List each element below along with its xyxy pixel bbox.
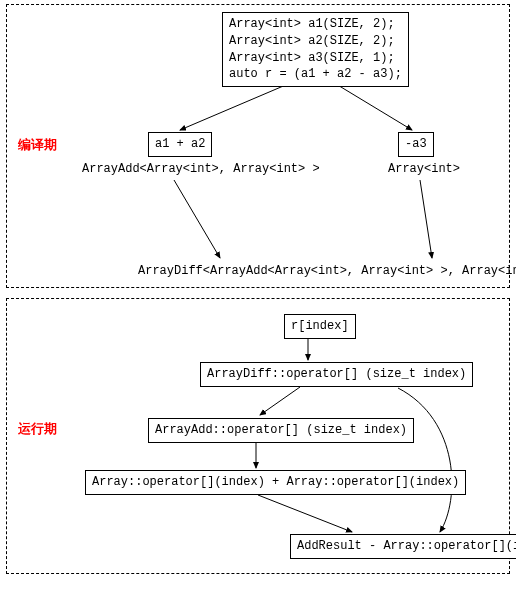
right-type-label: Array<int> xyxy=(388,162,460,176)
code-line: auto r = (a1 + a2 - a3); xyxy=(229,66,402,83)
right-expr-box: -a3 xyxy=(398,132,434,157)
addresult-box: AddResult - Array::operator[](index) xyxy=(290,534,516,559)
code-line: Array<int> a2(SIZE, 2); xyxy=(229,33,402,50)
code-box: Array<int> a1(SIZE, 2); Array<int> a2(SI… xyxy=(222,12,409,87)
runtime-label: 运行期 xyxy=(18,420,57,438)
left-type-label: ArrayAdd<Array<int>, Array<int> > xyxy=(82,162,320,176)
arraydiff-box: ArrayDiff::operator[] (size_t index) xyxy=(200,362,473,387)
compile-label: 编译期 xyxy=(18,136,57,154)
code-line: Array<int> a1(SIZE, 2); xyxy=(229,16,402,33)
left-expr-box: a1 + a2 xyxy=(148,132,212,157)
code-line: Array<int> a3(SIZE, 1); xyxy=(229,50,402,67)
array-op-box: Array::operator[](index) + Array::operat… xyxy=(85,470,466,495)
rindex-box: r[index] xyxy=(284,314,356,339)
bottom-type-label: ArrayDiff<ArrayAdd<Array<int>, Array<int… xyxy=(138,264,516,278)
arrayadd-box: ArrayAdd::operator[] (size_t index) xyxy=(148,418,414,443)
